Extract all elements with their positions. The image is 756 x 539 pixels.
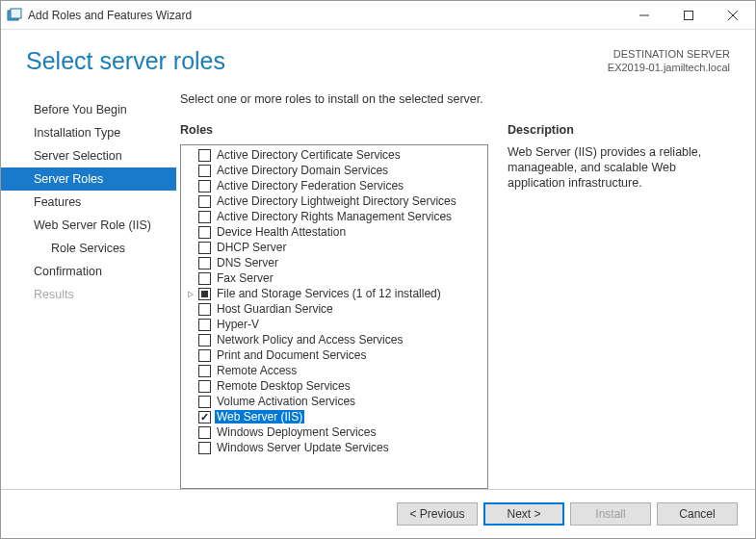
- install-button[interactable]: Install: [570, 502, 651, 526]
- instruction-text: Select one or more roles to install on t…: [180, 92, 749, 106]
- role-checkbox[interactable]: [198, 365, 211, 377]
- role-checkbox[interactable]: [198, 288, 211, 300]
- next-button[interactable]: Next >: [483, 502, 564, 526]
- role-label: Active Directory Federation Services: [215, 179, 405, 192]
- role-row[interactable]: Network Policy and Access Services: [185, 332, 487, 347]
- role-label: Network Policy and Access Services: [215, 333, 404, 346]
- role-row[interactable]: Windows Deployment Services: [185, 424, 487, 440]
- wizard-steps-sidebar: Before You BeginInstallation TypeServer …: [1, 92, 176, 489]
- role-checkbox[interactable]: [198, 303, 211, 316]
- role-row[interactable]: Active Directory Domain Services: [185, 163, 487, 178]
- sidebar-item[interactable]: Role Services: [1, 237, 176, 260]
- titlebar: Add Roles and Features Wizard: [1, 1, 755, 30]
- role-label: DHCP Server: [215, 241, 288, 254]
- role-row[interactable]: Remote Access: [185, 363, 487, 378]
- sidebar-item[interactable]: Confirmation: [1, 260, 176, 283]
- role-label: Active Directory Rights Management Servi…: [215, 210, 454, 223]
- role-label: DNS Server: [215, 256, 280, 270]
- wizard-header: Select server roles DESTINATION SERVER E…: [1, 30, 755, 75]
- role-row[interactable]: Active Directory Certificate Services: [185, 147, 487, 163]
- sidebar-item[interactable]: Installation Type: [1, 121, 176, 144]
- role-row[interactable]: Windows Server Update Services: [185, 440, 487, 455]
- minimize-button[interactable]: [622, 1, 666, 30]
- role-checkbox[interactable]: [198, 349, 211, 362]
- role-row[interactable]: Web Server (IIS): [185, 409, 487, 424]
- role-row[interactable]: DHCP Server: [185, 240, 487, 255]
- sidebar-item: Results: [1, 283, 176, 306]
- role-row[interactable]: Active Directory Lightweight Directory S…: [185, 193, 487, 209]
- roles-scroll[interactable]: Active Directory Certificate ServicesAct…: [181, 145, 487, 488]
- role-label: Fax Server: [215, 271, 275, 285]
- role-label: Host Guardian Service: [215, 302, 335, 316]
- role-label: Active Directory Lightweight Directory S…: [215, 194, 458, 208]
- sidebar-item[interactable]: Server Selection: [1, 144, 176, 167]
- role-row[interactable]: Remote Desktop Services: [185, 378, 487, 394]
- role-label: Windows Deployment Services: [215, 425, 378, 439]
- expander-icon[interactable]: ▷: [185, 290, 196, 298]
- role-row[interactable]: Device Health Attestation: [185, 224, 487, 240]
- sidebar-item[interactable]: Before You Begin: [1, 98, 176, 121]
- roles-listbox[interactable]: Active Directory Certificate ServicesAct…: [180, 144, 488, 489]
- close-button[interactable]: [711, 1, 755, 30]
- app-icon: [7, 8, 22, 23]
- role-checkbox[interactable]: [198, 396, 211, 408]
- role-label: Active Directory Certificate Services: [215, 148, 403, 162]
- sidebar-item[interactable]: Features: [1, 191, 176, 214]
- wizard-footer: < Previous Next > Install Cancel: [1, 489, 755, 537]
- previous-button[interactable]: < Previous: [397, 502, 478, 526]
- role-checkbox[interactable]: [198, 180, 211, 192]
- role-label: Web Server (IIS): [215, 410, 304, 424]
- cancel-button[interactable]: Cancel: [657, 502, 738, 526]
- role-checkbox[interactable]: [198, 257, 211, 270]
- role-row[interactable]: Active Directory Rights Management Servi…: [185, 209, 487, 224]
- role-checkbox[interactable]: [198, 426, 211, 439]
- role-checkbox[interactable]: [198, 411, 211, 424]
- role-label: File and Storage Services (1 of 12 insta…: [215, 287, 443, 300]
- description-text: Web Server (IIS) provides a reliable, ma…: [508, 144, 734, 191]
- sidebar-item[interactable]: Server Roles: [1, 167, 176, 191]
- role-checkbox[interactable]: [198, 226, 211, 239]
- role-label: Device Health Attestation: [215, 225, 348, 239]
- role-checkbox[interactable]: [198, 334, 211, 346]
- destination-info: DESTINATION SERVER EX2019-01.jamiltech.l…: [608, 47, 730, 75]
- role-checkbox[interactable]: [198, 319, 211, 331]
- window-title: Add Roles and Features Wizard: [28, 9, 622, 22]
- role-checkbox[interactable]: [198, 211, 211, 223]
- role-checkbox[interactable]: [198, 272, 211, 285]
- role-row[interactable]: Print and Document Services: [185, 347, 487, 363]
- role-checkbox[interactable]: [198, 195, 211, 208]
- page-title: Select server roles: [26, 47, 608, 75]
- role-row[interactable]: Active Directory Federation Services: [185, 178, 487, 193]
- role-label: Windows Server Update Services: [215, 441, 391, 454]
- sidebar-item[interactable]: Web Server Role (IIS): [1, 214, 176, 237]
- role-checkbox[interactable]: [198, 242, 211, 254]
- role-row[interactable]: Volume Activation Services: [185, 394, 487, 409]
- role-row[interactable]: ▷File and Storage Services (1 of 12 inst…: [185, 286, 487, 301]
- destination-label: DESTINATION SERVER: [608, 47, 730, 61]
- role-checkbox[interactable]: [198, 149, 211, 162]
- role-label: Remote Desktop Services: [215, 379, 352, 393]
- role-label: Volume Activation Services: [215, 395, 357, 408]
- role-checkbox[interactable]: [198, 165, 211, 177]
- role-label: Print and Document Services: [215, 348, 368, 362]
- svg-rect-3: [685, 11, 693, 19]
- maximize-button[interactable]: [666, 1, 711, 30]
- description-heading: Description: [508, 123, 734, 137]
- roles-heading: Roles: [180, 123, 488, 137]
- role-checkbox[interactable]: [198, 380, 211, 393]
- role-checkbox[interactable]: [198, 442, 211, 454]
- role-label: Remote Access: [215, 364, 299, 377]
- destination-value: EX2019-01.jamiltech.local: [608, 61, 730, 74]
- role-row[interactable]: Hyper-V: [185, 317, 487, 332]
- role-row[interactable]: DNS Server: [185, 255, 487, 270]
- role-label: Hyper-V: [215, 318, 261, 331]
- role-row[interactable]: Fax Server: [185, 270, 487, 286]
- role-row[interactable]: Host Guardian Service: [185, 301, 487, 317]
- role-label: Active Directory Domain Services: [215, 164, 390, 177]
- svg-rect-1: [11, 9, 21, 18]
